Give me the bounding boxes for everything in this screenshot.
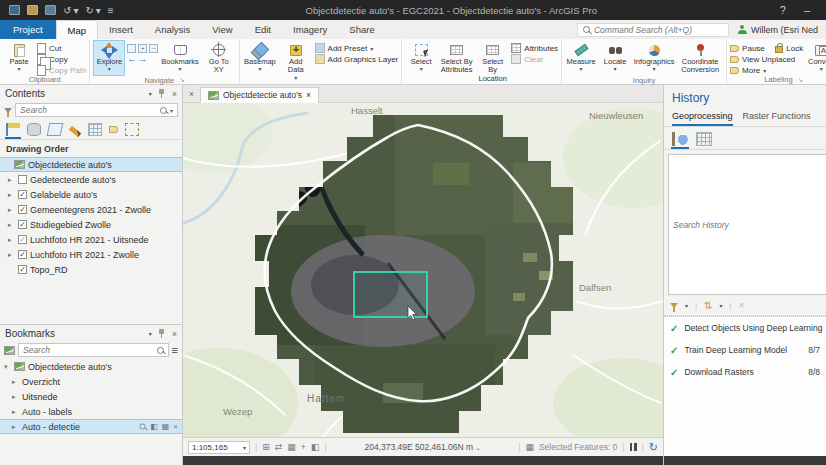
zoom-to-bookmark-icon[interactable] — [140, 424, 146, 430]
history-search[interactable] — [668, 154, 826, 295]
previous-extent-icon[interactable]: ← — [127, 55, 136, 64]
select-by-location-button[interactable]: Select By Location — [476, 40, 509, 84]
layer-checkbox[interactable]: ✓ — [18, 205, 27, 214]
layer-checkbox[interactable]: ✓ — [18, 250, 27, 259]
tab-analysis[interactable]: Analysis — [144, 20, 201, 39]
list-by-perspective-icon[interactable] — [125, 123, 139, 136]
bookmark-root-row[interactable]: ▾ Objectdetectie auto's — [0, 359, 182, 374]
labeling-launcher-icon[interactable]: ↘ — [798, 76, 803, 84]
list-by-selection-icon[interactable] — [47, 123, 64, 136]
project-package-icon[interactable] — [45, 5, 56, 15]
layer-checkbox[interactable]: ✓ — [18, 235, 27, 244]
tab-share[interactable]: Share — [338, 20, 385, 39]
go-to-xy-button[interactable]: Go To XY — [202, 40, 236, 76]
close-icon[interactable]: × — [172, 329, 177, 339]
menu-icon[interactable]: ≡ — [172, 344, 178, 356]
raster-grid-icon[interactable]: ▦ — [287, 442, 296, 452]
filter-icon[interactable] — [4, 108, 12, 113]
history-item[interactable]: ✓ Detect Objects Using Deep Learning — [664, 317, 826, 339]
bookmarks-button[interactable]: Bookmarks ▾ — [160, 40, 199, 76]
lock-labeling-button[interactable]: Lock — [786, 44, 803, 53]
redo-button[interactable]: ↻▾ — [85, 5, 100, 16]
bookmark-row[interactable]: ▸ Overzicht — [0, 374, 182, 389]
command-search-input[interactable] — [594, 25, 723, 35]
fixed-zoom-out-icon[interactable]: – — [149, 44, 158, 53]
map-document-tab[interactable]: Objectdetectie auto's × — [200, 87, 319, 103]
tab-map[interactable]: Map — [56, 20, 98, 39]
fixed-zoom-in-icon[interactable]: + — [138, 44, 147, 53]
cut-button[interactable]: Cut — [37, 43, 86, 53]
layer-row[interactable]: ▸ ✓ Luchtfoto HR 2021 - Uitsnede — [0, 232, 182, 247]
bookmark-row-selected[interactable]: ▸ Auto - detectie ◧ ▦ × — [0, 419, 182, 434]
close-icon[interactable]: × — [183, 89, 200, 99]
account-menu[interactable]: Willem (Esri Ned — [738, 25, 818, 35]
view-unplaced-button[interactable]: View Unplaced — [730, 54, 803, 64]
pan-to-bookmark-icon[interactable]: ◧ — [150, 422, 158, 431]
filter-icon[interactable] — [670, 303, 678, 308]
more-labeling-button[interactable]: More ▾ — [730, 65, 803, 75]
layer-checkbox[interactable] — [18, 175, 27, 184]
layer-checkbox[interactable]: ✓ — [18, 265, 27, 274]
pin-icon[interactable] — [158, 89, 166, 98]
undo-button[interactable]: ↻▾ — [63, 5, 78, 16]
help-button[interactable]: ? — [780, 4, 786, 16]
pin-icon[interactable] — [158, 329, 166, 338]
crosshair-icon[interactable]: + — [301, 442, 306, 452]
scale-select[interactable]: ▾ — [188, 441, 250, 454]
flow-icon[interactable]: ◧ — [311, 442, 320, 452]
layer-row[interactable]: ✓ Topo_RD — [0, 262, 182, 277]
basemap-button[interactable]: Basemap ▾ — [243, 40, 277, 83]
tab-view[interactable]: View — [201, 20, 243, 39]
close-tab-icon[interactable]: × — [306, 90, 311, 100]
history-item[interactable]: ✓ Train Deep Learning Model 8/7 — [664, 339, 826, 361]
layer-row[interactable]: ▸ ✓ Gelabelde auto's — [0, 187, 182, 202]
update-bookmark-icon[interactable]: ▦ — [162, 422, 170, 431]
tab-edit[interactable]: Edit — [244, 20, 282, 39]
select-by-attributes-button[interactable]: Select By Attributes — [439, 40, 474, 84]
panel-menu-icon[interactable]: ▾ — [149, 330, 152, 337]
copy-button[interactable]: Copy — [37, 54, 86, 64]
list-by-editing-icon[interactable] — [69, 126, 81, 138]
bookmarks-search[interactable] — [18, 343, 169, 357]
tab-geoprocessing[interactable]: Geoprocessing — [672, 109, 733, 126]
history-item[interactable]: ✓ Download Rasters 8/8 — [664, 361, 826, 383]
full-extent-icon[interactable] — [127, 44, 136, 53]
coordinates-readout[interactable]: 204,373.49E 502,461.06N m ⌄ — [332, 442, 513, 452]
layer-row[interactable]: ▸ ✓ Studiegebied Zwolle — [0, 217, 182, 232]
attributes-button[interactable]: Attributes — [511, 43, 558, 53]
list-by-data-source-icon[interactable] — [27, 123, 41, 136]
scale-input[interactable] — [192, 443, 241, 452]
geoprocessing-history-icon[interactable] — [672, 132, 688, 146]
layer-row[interactable]: ▸ ✓ Gemeentegrens 2021 - Zwolle — [0, 202, 182, 217]
layer-row[interactable]: ▸ Gedetecteerde auto's — [0, 172, 182, 187]
measure-button[interactable]: Measure ▾ — [565, 40, 597, 76]
list-by-drawing-order-icon[interactable] — [6, 123, 20, 136]
pause-drawing-icon[interactable] — [630, 443, 637, 451]
navigate-launcher-icon[interactable]: ↘ — [179, 76, 184, 84]
infographics-button[interactable]: Infographics ▾ — [633, 40, 675, 76]
history-search-input[interactable] — [673, 220, 826, 230]
tab-project[interactable]: Project — [0, 20, 56, 39]
contents-search-input[interactable] — [20, 105, 157, 115]
convert-labels-button[interactable]: Convert ▾ — [805, 40, 826, 75]
bookmark-row[interactable]: ▸ Uitsnede — [0, 389, 182, 404]
tab-raster-functions[interactable]: Raster Functions — [743, 109, 811, 126]
panel-menu-icon[interactable]: ▾ — [149, 90, 152, 97]
refresh-icon[interactable]: ↻ — [649, 441, 658, 454]
tab-insert[interactable]: Insert — [98, 20, 144, 39]
explore-button[interactable]: Explore ▾ — [93, 40, 125, 76]
add-graphics-layer-button[interactable]: Add Graphics Layer — [315, 54, 399, 64]
contents-search[interactable]: ▾ — [15, 103, 178, 117]
copy-path-button[interactable]: Copy Path — [37, 65, 86, 75]
clear-button[interactable]: Clear — [511, 54, 558, 64]
raster-history-icon[interactable] — [696, 132, 712, 146]
layer-row-map[interactable]: Objectdetectie auto's — [0, 157, 182, 172]
select-button[interactable]: Select ▾ — [405, 40, 437, 84]
tab-imagery[interactable]: Imagery — [282, 20, 338, 39]
coordinate-conversion-button[interactable]: Coordinate Conversion — [677, 40, 723, 76]
remove-bookmark-icon[interactable]: × — [173, 422, 178, 431]
list-by-labeling-icon[interactable] — [109, 126, 118, 133]
add-preset-button[interactable]: Add Preset ▾ — [315, 43, 399, 53]
bookmarks-search-input[interactable] — [23, 345, 154, 355]
command-search[interactable] — [577, 23, 729, 37]
